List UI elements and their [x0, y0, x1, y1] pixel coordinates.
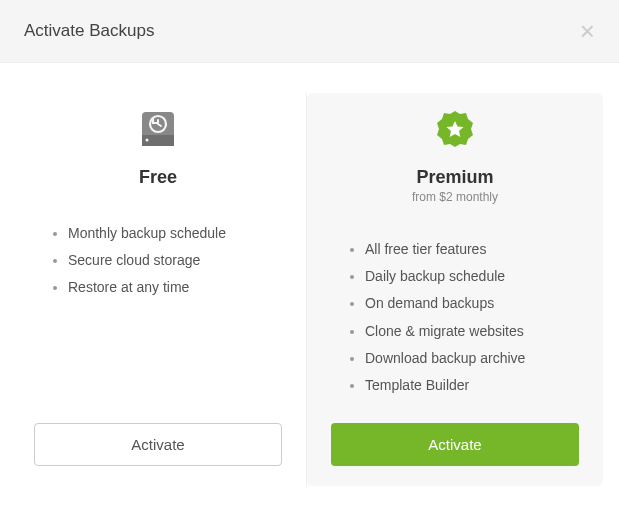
plan-premium: Premium from $2 monthly All free tier fe…	[307, 93, 603, 486]
feature-item: Clone & migrate websites	[365, 322, 579, 340]
plan-free-title: Free	[34, 167, 282, 188]
feature-item: On demand backups	[365, 294, 579, 312]
close-icon[interactable]: ×	[580, 18, 595, 44]
plans-container: Free Monthly backup schedule Secure clou…	[0, 63, 619, 506]
plan-free: Free Monthly backup schedule Secure clou…	[10, 93, 307, 486]
plan-free-features: Monthly backup schedule Secure cloud sto…	[34, 224, 282, 403]
feature-item: Secure cloud storage	[68, 251, 282, 269]
feature-item: All free tier features	[365, 240, 579, 258]
svg-point-4	[146, 139, 149, 142]
feature-item: Download backup archive	[365, 349, 579, 367]
plan-premium-title: Premium	[331, 167, 579, 188]
plan-premium-features: All free tier features Daily backup sche…	[331, 240, 579, 403]
feature-item: Daily backup schedule	[365, 267, 579, 285]
premium-badge-icon	[331, 107, 579, 151]
modal-header: Activate Backups ×	[0, 0, 619, 63]
disk-backup-icon	[34, 107, 282, 151]
feature-item: Monthly backup schedule	[68, 224, 282, 242]
feature-item: Restore at any time	[68, 278, 282, 296]
activate-premium-button[interactable]: Activate	[331, 423, 579, 466]
modal-title: Activate Backups	[24, 21, 154, 41]
svg-rect-2	[142, 142, 174, 146]
feature-item: Template Builder	[365, 376, 579, 394]
plan-premium-subtitle: from $2 monthly	[331, 190, 579, 204]
activate-free-button[interactable]: Activate	[34, 423, 282, 466]
